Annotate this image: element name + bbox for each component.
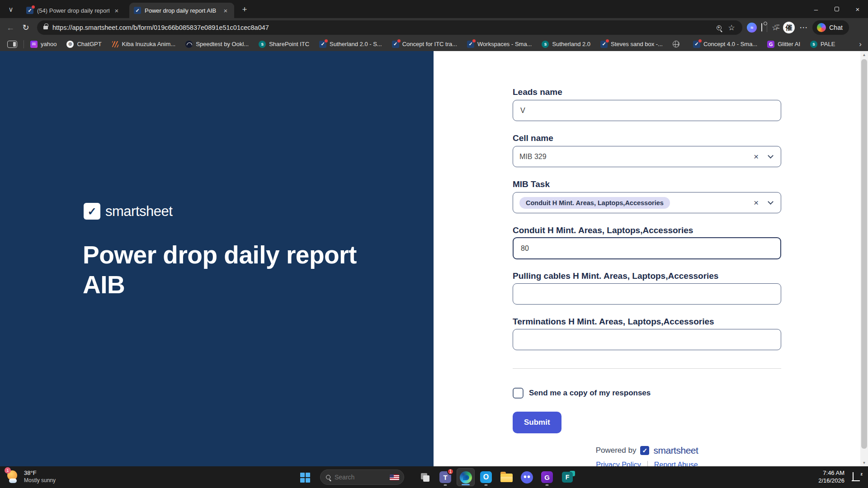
- profile-avatar[interactable]: 催: [783, 22, 795, 33]
- folder-icon: [500, 474, 513, 482]
- bookmark-label: Speedtest by Ookl...: [196, 41, 249, 47]
- weather-temp: 38°F: [24, 469, 56, 476]
- browser-toolbar: ← ↻ https://app.smartsheet.com/b/form/01…: [0, 18, 868, 37]
- favorites-hub-button[interactable]: ☆: [772, 23, 778, 33]
- bookmark-item[interactable]: Speedtest by Ookl...: [185, 41, 249, 48]
- bookmarks-overflow-button[interactable]: ›: [859, 40, 862, 49]
- selected-chip[interactable]: Conduit H Mint. Areas, Laptops,Accessori…: [519, 197, 670, 209]
- glitter-icon: G: [767, 41, 774, 48]
- tab-inactive[interactable]: ✓ (54) Power drop daily report AIB - Sm …: [22, 3, 125, 18]
- file-explorer-button[interactable]: [497, 468, 515, 486]
- form-divider: [513, 368, 781, 369]
- notification-dot: [325, 39, 328, 42]
- bookmark-item[interactable]: ✓Steves sand box -...: [600, 41, 663, 48]
- brand-name: smartsheet: [105, 203, 172, 220]
- checkbox-label: Send me a copy of my responses: [529, 389, 651, 398]
- bookmark-item[interactable]: sSharePoint ITC: [259, 41, 309, 48]
- submit-button[interactable]: Submit: [513, 412, 561, 433]
- bookmark-item[interactable]: Kiba Inuzuka Anim...: [112, 41, 176, 48]
- discord-button[interactable]: [518, 468, 536, 486]
- extension-gradient-icon[interactable]: ≈: [747, 23, 757, 33]
- globe-icon: [673, 41, 679, 47]
- clear-icon[interactable]: ×: [754, 152, 759, 162]
- copilot-icon: [817, 23, 826, 32]
- sidebar-toggle-icon[interactable]: [7, 41, 17, 48]
- lock-icon[interactable]: [43, 26, 48, 29]
- leads-name-input[interactable]: [513, 100, 781, 121]
- bookmark-label: Kiba Inuzuka Anim...: [122, 41, 176, 47]
- send-copy-checkbox[interactable]: [513, 388, 524, 399]
- terminations-input[interactable]: [513, 329, 781, 350]
- tab-active[interactable]: ✓ Power drop daily report AIB ×: [129, 3, 234, 18]
- scroll-up-arrow[interactable]: ▲: [860, 51, 868, 58]
- bookmark-item[interactable]: ✉yahoo: [30, 41, 57, 48]
- bookmark-item[interactable]: GGlitter AI: [767, 41, 800, 48]
- windows-icon: [300, 478, 305, 483]
- conduit-input[interactable]: [513, 237, 781, 259]
- pulling-cables-input[interactable]: [513, 283, 781, 305]
- restore-button[interactable]: [826, 0, 847, 18]
- chevron-down-icon[interactable]: [768, 199, 774, 205]
- favicon-wrap: ✓: [26, 7, 33, 14]
- mib-task-multiselect[interactable]: Conduit H Mint. Areas, Laptops,Accessori…: [513, 192, 781, 213]
- tab-title: (54) Power drop daily report AIB - Sm: [37, 7, 109, 14]
- minimize-button[interactable]: –: [806, 0, 826, 18]
- bookmark-item[interactable]: ✓Concept for ITC tra...: [392, 41, 457, 48]
- page-scrollbar[interactable]: ▲ ▼: [860, 51, 868, 466]
- bookmark-item[interactable]: sSutherland 2.0: [542, 41, 590, 48]
- forms-button[interactable]: F: [558, 468, 576, 486]
- favorite-button[interactable]: ☆: [725, 21, 738, 34]
- chatgpt-icon: ⊛: [66, 41, 74, 48]
- chevron-down-icon[interactable]: [768, 153, 774, 159]
- scroll-down-arrow[interactable]: ▼: [860, 459, 868, 466]
- lines-decoration: [776, 25, 779, 28]
- edge-button[interactable]: [457, 468, 475, 486]
- footer-brand[interactable]: smartsheet: [653, 445, 698, 456]
- bookmark-item[interactable]: ✓Workspaces - Sma...: [467, 41, 532, 48]
- zoom-button[interactable]: +: [712, 21, 725, 34]
- us-flag-icon: [390, 474, 399, 480]
- bookmark-item[interactable]: ✓Sutherland 2.0 - S...: [319, 41, 382, 48]
- refresh-button[interactable]: ↻: [18, 20, 33, 35]
- teams-button[interactable]: T 1: [436, 468, 454, 486]
- tab-close-button[interactable]: ×: [222, 6, 230, 14]
- scroll-thumb[interactable]: [861, 59, 867, 449]
- task-view-button[interactable]: [416, 468, 434, 486]
- running-indicator: [485, 484, 488, 486]
- new-tab-button[interactable]: +: [239, 4, 250, 15]
- notification-dot: [397, 39, 401, 42]
- taskbar-clock[interactable]: 7:46 AM 2/16/2026: [818, 469, 844, 485]
- edge-icon: [460, 471, 472, 483]
- bookmark-item[interactable]: ⊛ChatGPT: [66, 41, 101, 48]
- outlook-button[interactable]: O: [477, 468, 495, 486]
- bookmark-item[interactable]: ✓Concept 4.0 - Sma...: [693, 41, 757, 48]
- powered-by: Powered by ✓ smartsheet: [513, 445, 781, 456]
- notification-bell-button[interactable]: z: [853, 473, 862, 482]
- cell-name-select[interactable]: MIB 329 ×: [513, 146, 781, 167]
- back-button[interactable]: ←: [3, 20, 18, 35]
- send-copy-row: Send me a copy of my responses: [513, 388, 651, 399]
- glitter-app-button[interactable]: G: [538, 468, 556, 486]
- chat-label: Chat: [829, 24, 843, 31]
- restore-icon: [835, 7, 839, 11]
- url-text[interactable]: https://app.smartsheet.com/b/form/019c66…: [52, 24, 712, 31]
- copilot-chat-button[interactable]: Chat: [812, 20, 849, 35]
- close-button[interactable]: ×: [847, 0, 868, 18]
- bookmark-label: Concept 4.0 - Sma...: [703, 41, 757, 47]
- extensions-button[interactable]: [761, 23, 762, 32]
- notification-dot: [472, 39, 476, 42]
- claw-icon: [112, 41, 118, 47]
- bookmark-item[interactable]: sPALE: [810, 41, 835, 48]
- weather-widget[interactable]: 1 38°F Mostly sunny: [5, 469, 56, 484]
- start-button[interactable]: [300, 473, 310, 482]
- search-input[interactable]: [335, 474, 386, 481]
- active-indicator: [462, 484, 470, 485]
- tab-search-button[interactable]: ∨: [4, 4, 18, 15]
- taskbar-search[interactable]: [320, 469, 404, 485]
- bookmark-item[interactable]: [673, 41, 683, 48]
- address-bar[interactable]: https://app.smartsheet.com/b/form/019c66…: [37, 20, 742, 35]
- tab-strip: ∨ ✓ (54) Power drop daily report AIB - S…: [0, 0, 868, 18]
- tab-close-button[interactable]: ×: [113, 6, 120, 14]
- settings-more-button[interactable]: ⋯: [799, 23, 808, 33]
- clear-icon[interactable]: ×: [754, 198, 759, 208]
